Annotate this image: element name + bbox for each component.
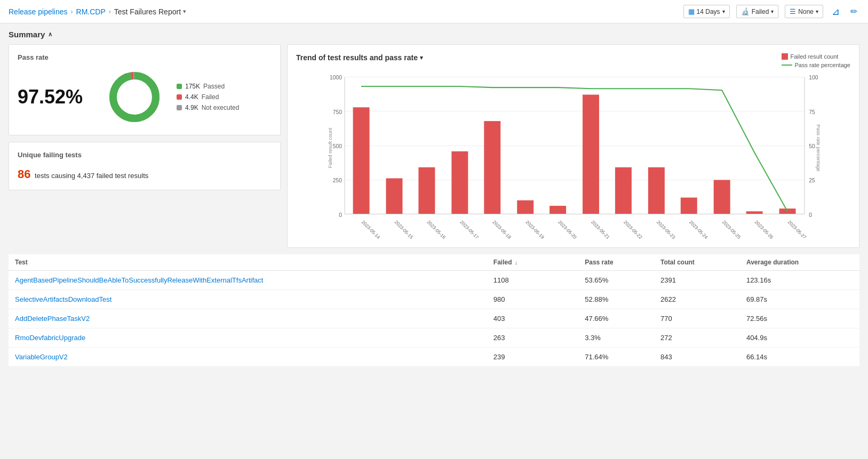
bar-3 (451, 151, 468, 214)
test-name[interactable]: VariableGroupV2 (9, 348, 487, 367)
svg-text:2023-05-25: 2023-05-25 (721, 219, 742, 239)
test-name[interactable]: SelectiveArtifactsDownloadTest (9, 290, 487, 309)
main-content: Summary ∧ Pass rate 97.52% (0, 23, 868, 373)
breadcrumb-current: Test Failures Report ▾ (114, 7, 186, 16)
svg-text:2023-05-27: 2023-05-27 (787, 219, 808, 239)
svg-text:2023-05-18: 2023-05-18 (491, 219, 512, 239)
table-row: AddDeletePhaseTaskV2 403 47.66% 770 72.5… (9, 309, 859, 328)
group-filter-label: None (798, 8, 814, 15)
test-name[interactable]: AgentBasedPipelineShouldBeAbleToSuccessf… (9, 271, 487, 290)
svg-text:2023-05-23: 2023-05-23 (656, 219, 676, 239)
breadcrumb-chevron[interactable]: ▾ (183, 8, 186, 15)
avg-duration: 123.16s (740, 271, 859, 290)
summary-grid: Pass rate 97.52% (9, 44, 859, 248)
total-count: 2622 (654, 290, 740, 309)
failed-count: 980 (487, 290, 555, 309)
pass-rate: 53.65% (578, 271, 654, 290)
svg-text:2023-05-19: 2023-05-19 (524, 219, 545, 239)
pass-rate: 52.88% (578, 290, 654, 309)
group-filter-button[interactable]: ☰ None ▾ (785, 5, 823, 18)
svg-text:1000: 1000 (330, 75, 342, 80)
bar-10 (681, 198, 697, 214)
total-count: 770 (654, 309, 740, 328)
passed-dot (177, 84, 182, 89)
empty-cell (555, 309, 578, 328)
not-executed-label: Not executed (202, 104, 240, 111)
failed-label: Failed (202, 93, 219, 101)
bar-7 (583, 95, 599, 214)
svg-text:2023-05-24: 2023-05-24 (688, 219, 709, 239)
avg-duration: 72.56s (740, 309, 859, 328)
pass-rate-title: Pass rate (18, 53, 272, 61)
group-icon: ☰ (790, 7, 796, 15)
failed-count: 403 (487, 309, 555, 328)
donut-chart (105, 68, 164, 126)
col-avg-duration: Average duration (740, 254, 859, 271)
trend-chart-card: Trend of test results and pass rate ▾ Fa… (287, 44, 859, 248)
days-filter-button[interactable]: ▦ 14 Days ▾ (683, 5, 730, 18)
bar-2 (418, 167, 435, 214)
svg-text:2023-05-22: 2023-05-22 (623, 219, 643, 239)
legend-failed: 4.4K Failed (177, 93, 239, 101)
col-failed[interactable]: Failed ↓ (487, 254, 555, 271)
bar-5 (517, 200, 533, 214)
unique-tests-count: 86 (18, 167, 30, 181)
main-filter-button[interactable]: ⊿ (830, 4, 842, 20)
sort-icon: ↓ (515, 259, 518, 265)
edit-icon-button[interactable]: ✏ (848, 4, 859, 19)
total-count: 272 (654, 328, 740, 348)
svg-text:0: 0 (339, 212, 342, 218)
table-row: RmoDevfabricUpgrade 263 3.3% 272 404.9s (9, 328, 859, 348)
bar-9 (648, 167, 665, 214)
svg-text:250: 250 (333, 178, 342, 183)
svg-text:75: 75 (809, 109, 815, 115)
svg-text:2023-05-14: 2023-05-14 (361, 219, 381, 239)
legend-failed-bar: Failed result count (782, 53, 850, 60)
test-name[interactable]: RmoDevfabricUpgrade (9, 328, 487, 348)
svg-text:2023-05-17: 2023-05-17 (459, 219, 480, 239)
unique-tests-description: 86 tests causing 4,437 failed test resul… (18, 167, 272, 181)
pass-rate-content: 97.52% (18, 68, 272, 126)
outcome-filter-label: Failed (752, 8, 769, 15)
svg-text:Failed result count: Failed result count (328, 127, 333, 168)
breadcrumb-pipelines[interactable]: Release pipelines (9, 7, 68, 16)
test-name[interactable]: AddDeletePhaseTaskV2 (9, 309, 487, 328)
summary-header[interactable]: Summary ∧ (9, 30, 859, 39)
svg-text:Pass rate percentage: Pass rate percentage (816, 125, 821, 172)
breadcrumb-rm[interactable]: RM.CDP (76, 7, 106, 16)
failed-count: 4.4K (185, 93, 198, 101)
outcome-filter-button[interactable]: 🔬 Failed ▾ (736, 5, 779, 18)
failed-bar-icon (782, 53, 788, 60)
svg-text:2023-05-26: 2023-05-26 (754, 219, 775, 239)
empty-cell (555, 348, 578, 367)
chart-chevron-icon[interactable]: ▾ (420, 54, 423, 61)
calendar-icon: ▦ (688, 7, 695, 15)
table-row: VariableGroupV2 239 71.64% 843 66.14s (9, 348, 859, 367)
svg-text:2023-05-15: 2023-05-15 (394, 219, 415, 239)
unique-tests-card: Unique failing tests 86 tests causing 4,… (9, 142, 281, 190)
breadcrumb-sep1: › (71, 8, 73, 15)
col-pass-rate: Pass rate (578, 254, 654, 271)
failed-count: 239 (487, 348, 555, 367)
donut-legend: 175K Passed 4.4K Failed 4.9K Not execute… (177, 83, 239, 111)
empty-cell (555, 271, 578, 290)
outcome-icon: 🔬 (741, 7, 750, 15)
table-header: Test Failed ↓ Pass rate Total count Aver… (9, 254, 859, 271)
avg-duration: 404.9s (740, 328, 859, 348)
x-axis-labels: 2023-05-14 2023-05-15 2023-05-16 2023-05… (361, 219, 808, 239)
legend-pass-rate-line: Pass rate percentage (782, 62, 850, 68)
bar-6 (550, 206, 566, 214)
left-col: Pass rate 97.52% (9, 44, 281, 248)
failed-count: 263 (487, 328, 555, 348)
passed-label: Passed (203, 83, 225, 90)
breadcrumb-sep2: › (109, 8, 111, 15)
legend-passed: 175K Passed (177, 83, 239, 90)
failed-dot (177, 94, 182, 100)
not-executed-dot (177, 105, 182, 110)
chart-header: Trend of test results and pass rate ▾ (296, 53, 423, 62)
bar-1 (386, 178, 403, 214)
bar-0 (353, 107, 370, 214)
svg-text:2023-05-21: 2023-05-21 (590, 219, 611, 239)
donut-svg (105, 68, 164, 126)
test-results-table: Test Failed ↓ Pass rate Total count Aver… (9, 254, 859, 367)
